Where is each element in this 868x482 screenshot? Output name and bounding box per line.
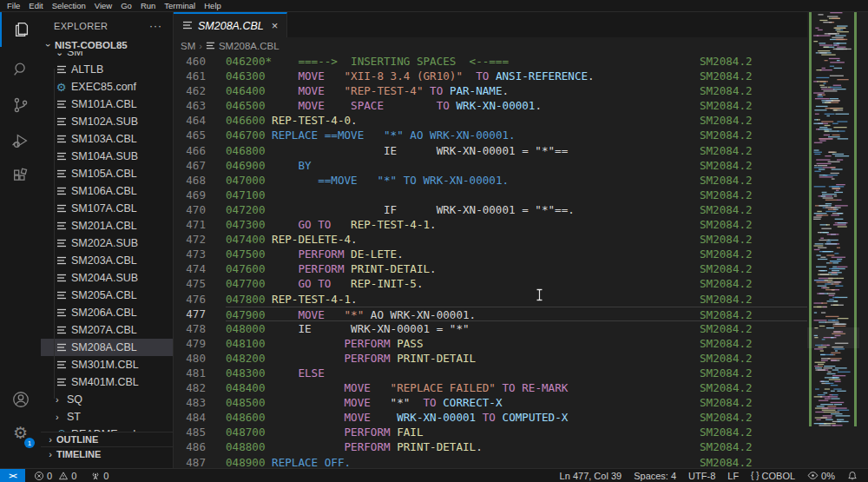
tree-item-sm102a-sub[interactable]: SM102A.SUB	[41, 113, 173, 130]
tree-item-sm202a-sub[interactable]: SM202A.SUB	[41, 234, 173, 252]
tree-item-exec85-conf[interactable]: ⚙EXEC85.conf	[41, 78, 173, 96]
tree-item-sm201a-cbl[interactable]: SM201A.CBL	[41, 217, 173, 234]
menu-view[interactable]: View	[90, 1, 116, 10]
code-line-478[interactable]: 478048000 IE WRK-XN-00001 = "*" SM2084.2	[174, 321, 868, 336]
menu-edit[interactable]: Edit	[24, 1, 47, 10]
outline-panel-header[interactable]: › OUTLINE	[41, 432, 173, 446]
line-number: 470	[174, 202, 226, 217]
code-line-481[interactable]: 481048300 ELSE SM2084.2	[174, 366, 868, 380]
tree-item-sq[interactable]: ›SQ	[41, 391, 173, 408]
minimap[interactable]	[807, 12, 859, 426]
explorer-header: EXPLORER ···	[41, 17, 173, 35]
problems-indicator[interactable]: 0 0	[34, 471, 76, 481]
tree-item-sm206a-cbl[interactable]: SM206A.CBL	[41, 304, 173, 321]
code-line-477[interactable]: 477047900 MOVE "*" AO WRK-XN-00001. SM20…	[174, 307, 868, 321]
code-line-475[interactable]: 475047700 GO TO REP-INIT-5. SM2084.2	[174, 276, 868, 291]
code-line-476[interactable]: 476047800 REP-TEST-4-1. SM2084.2	[174, 292, 868, 307]
menu-run[interactable]: Run	[136, 1, 160, 10]
code-line-482[interactable]: 482048400 MOVE "REPLACE FAILED" TO RE-MA…	[174, 380, 868, 395]
remote-indicator[interactable]: ><	[0, 469, 25, 482]
menu-go[interactable]: Go	[116, 1, 136, 10]
code-editor[interactable]: 460046200* ===--> INSERTING SPACES <--==…	[174, 54, 868, 468]
code-line-467[interactable]: 467046900 BY SM2084.2	[174, 158, 868, 173]
eol-sequence[interactable]: LF	[727, 471, 739, 481]
line-number: 469	[174, 188, 226, 202]
tree-item-sm101a-cbl[interactable]: SM101A.CBL	[41, 96, 173, 113]
chevron-right-icon: ›	[56, 412, 67, 422]
code-line-473[interactable]: 473047500 PERFORM DE-LETE. SM2084.2	[174, 247, 868, 261]
code-line-471[interactable]: 471047300 GO TO REP-TEST-4-1. SM2084.2	[174, 217, 868, 232]
breadcrumb-file[interactable]: SM208A.CBL	[219, 41, 279, 51]
tree-item-sm301m-cbl[interactable]: SM301M.CBL	[41, 356, 173, 373]
run-debug-icon[interactable]	[0, 123, 41, 158]
code-line-462[interactable]: 462046400 MOVE "REP-TEST-4" TO PAR-NAME.…	[174, 83, 868, 98]
tab-sm208a[interactable]: SM208A.CBL ×	[174, 12, 287, 37]
file-icon	[206, 38, 215, 54]
workspace-root-item[interactable]: › NIST-COBOL85	[41, 38, 173, 52]
sequence-number: 046500	[226, 99, 266, 112]
menu-selection[interactable]: Selection	[48, 1, 90, 10]
tree-item-sm208a-cbl[interactable]: SM208A.CBL	[41, 339, 173, 356]
coverage-indicator[interactable]: 0%	[807, 471, 835, 481]
timeline-panel-header[interactable]: › TIMELINE	[41, 446, 173, 461]
line-number: 460	[174, 54, 226, 69]
tree-item-readme-md[interactable]: README.md	[41, 426, 173, 432]
code-line-470[interactable]: 470047200 IF WRK-XN-00001 = "*"==. SM208…	[174, 202, 868, 217]
search-icon[interactable]	[0, 52, 41, 87]
id-column: SM2084.2	[700, 352, 753, 365]
tree-item-sm105a-cbl[interactable]: SM105A.CBL	[41, 165, 173, 182]
tree-item-partial[interactable]: ⌄SM	[41, 51, 173, 61]
code-line-487[interactable]: 487048900 REPLACE OFF. SM2084.2	[174, 455, 868, 468]
warning-count: 0	[71, 471, 76, 481]
notifications-bell[interactable]	[847, 471, 858, 481]
tree-item-sm103a-cbl[interactable]: SM103A.CBL	[41, 130, 173, 148]
menu-terminal[interactable]: Terminal	[160, 1, 200, 10]
explorer-more-icon[interactable]: ···	[149, 20, 162, 32]
language-mode[interactable]: { } COBOL	[751, 471, 795, 481]
source-control-icon[interactable]	[0, 88, 41, 122]
code-line-485[interactable]: 485048700 PERFORM FAIL SM2084.2	[174, 425, 868, 439]
tree-item-sm107a-cbl[interactable]: SM107A.CBL	[41, 200, 173, 217]
code-line-486[interactable]: 486048800 PERFORM PRINT-DETAIL. SM2084.2	[174, 439, 868, 454]
tree-item-sm204a-sub[interactable]: SM204A.SUB	[41, 269, 173, 287]
broadcast-indicator[interactable]: 0	[90, 471, 108, 481]
indentation[interactable]: Spaces: 4	[634, 471, 676, 481]
code-line-472[interactable]: 472047400 REP-DELETE-4. SM2084.2	[174, 232, 868, 247]
encoding[interactable]: UTF-8	[688, 471, 715, 481]
tree-item-sm203a-cbl[interactable]: SM203A.CBL	[41, 252, 173, 269]
tree-item-altlb[interactable]: ALTLB	[41, 61, 173, 78]
tree-item-sm205a-cbl[interactable]: SM205A.CBL	[41, 287, 173, 304]
account-icon[interactable]	[0, 382, 41, 417]
tree-item-sm106a-cbl[interactable]: SM106A.CBL	[41, 182, 173, 200]
tree-item-sm104a-sub[interactable]: SM104A.SUB	[41, 148, 173, 165]
code-line-465[interactable]: 465046700 REPLACE ==MOVE "*" AO WRK-XN-0…	[174, 128, 868, 142]
extensions-icon[interactable]	[0, 159, 41, 194]
menu-file[interactable]: File	[3, 1, 24, 10]
settings-gear-icon[interactable]: ⚙ 1	[0, 415, 41, 450]
code-line-460[interactable]: 460046200* ===--> INSERTING SPACES <--==…	[174, 54, 868, 69]
code-line-468[interactable]: 468047000 ==MOVE "*" TO WRK-XN-00001. SM…	[174, 173, 868, 188]
code-line-469[interactable]: 469047100 SM2084.2	[174, 188, 868, 202]
code-line-479[interactable]: 479048100 PERFORM PASS SM2084.2	[174, 336, 868, 351]
tree-item-st[interactable]: ›ST	[41, 408, 173, 426]
sequence-number: 047900	[226, 308, 266, 321]
code-line-484[interactable]: 484048600 MOVE WRK-XN-00001 TO COMPUTED-…	[174, 410, 868, 425]
code-line-461[interactable]: 461046300 MOVE "XII-8 3.4 (GR10)" TO ANS…	[174, 69, 868, 83]
code-line-483[interactable]: 483048500 MOVE "*" TO CORRECT-X SM2084.2	[174, 395, 868, 410]
cursor-position[interactable]: Ln 477, Col 39	[560, 471, 622, 481]
explorer-icon[interactable]	[0, 12, 41, 47]
breadcrumb-folder[interactable]: SM	[181, 41, 195, 51]
tree-item-sm207a-cbl[interactable]: SM207A.CBL	[41, 321, 173, 339]
close-icon[interactable]: ×	[272, 20, 279, 31]
editor-scrollbar[interactable]	[859, 12, 868, 426]
id-column: SM2084.2	[700, 248, 753, 261]
id-column: SM2084.2	[700, 218, 753, 231]
menu-help[interactable]: Help	[200, 1, 226, 10]
tree-item-sm401m-cbl[interactable]: SM401M.CBL	[41, 373, 173, 391]
code-line-480[interactable]: 480048200 PERFORM PRINT-DETAIL SM2084.2	[174, 351, 868, 366]
code-line-464[interactable]: 464046600 REP-TEST-4-0. SM2084.2	[174, 113, 868, 128]
line-number: 480	[174, 351, 226, 366]
code-line-474[interactable]: 474047600 PERFORM PRINT-DETAIL. SM2084.2	[174, 261, 868, 276]
code-line-463[interactable]: 463046500 MOVE SPACE TO WRK-XN-00001. SM…	[174, 98, 868, 113]
code-line-466[interactable]: 466046800 IE WRK-XN-00001 = "*"== SM2084…	[174, 143, 868, 158]
